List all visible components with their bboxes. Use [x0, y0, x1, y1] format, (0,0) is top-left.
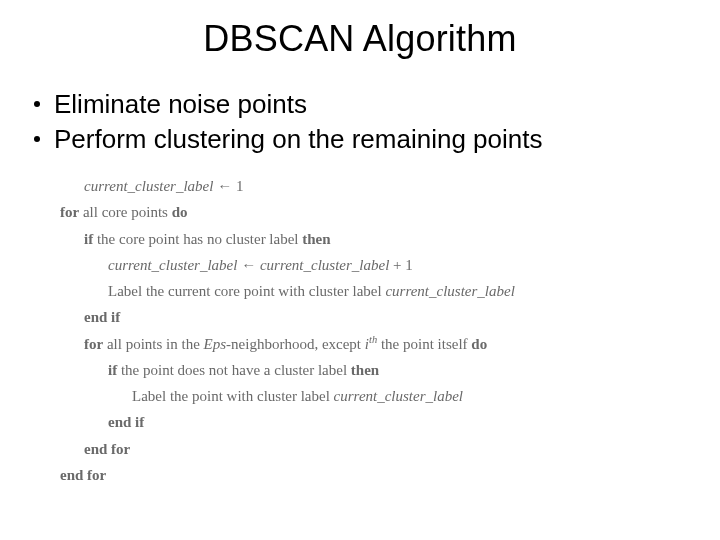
code-text: ← — [237, 257, 260, 273]
bullet-list: Eliminate noise points Perform clusterin… — [34, 88, 686, 155]
code-var: current_cluster_label — [260, 257, 389, 273]
code-keyword: for — [84, 336, 103, 352]
code-line: end if — [60, 304, 686, 330]
code-keyword: then — [351, 362, 379, 378]
bullet-dot-icon — [34, 101, 40, 107]
code-keyword: do — [471, 336, 487, 352]
pseudocode-block: current_cluster_label ← 1 for all core p… — [34, 173, 686, 488]
code-line: Label the point with cluster label curre… — [60, 383, 686, 409]
code-keyword: then — [302, 231, 330, 247]
code-text: all core points — [79, 204, 171, 220]
code-text: Label the current core point with cluste… — [108, 283, 385, 299]
code-text: the core point has no cluster label — [93, 231, 302, 247]
code-keyword: end for — [84, 441, 130, 457]
code-superscript: th — [369, 334, 377, 345]
code-line: if the core point has no cluster label t… — [60, 226, 686, 252]
code-text: the point does not have a cluster label — [117, 362, 351, 378]
code-text: Label the point with cluster label — [132, 388, 334, 404]
code-text: -neighborhood, except — [226, 336, 365, 352]
code-line: end if — [60, 409, 686, 435]
code-keyword: end for — [60, 467, 106, 483]
code-keyword: do — [172, 204, 188, 220]
code-var: current_cluster_label — [334, 388, 463, 404]
slide: DBSCAN Algorithm Eliminate noise points … — [0, 0, 720, 540]
code-text: ← 1 — [213, 178, 243, 194]
code-var: current_cluster_label — [108, 257, 237, 273]
list-item: Eliminate noise points — [34, 88, 686, 121]
code-line: if the point does not have a cluster lab… — [60, 357, 686, 383]
code-var: current_cluster_label — [84, 178, 213, 194]
bullet-dot-icon — [34, 136, 40, 142]
bullet-text: Perform clustering on the remaining poin… — [54, 123, 542, 156]
code-line: current_cluster_label ← current_cluster_… — [60, 252, 686, 278]
code-line: end for — [60, 436, 686, 462]
code-line: end for — [60, 462, 686, 488]
bullet-text: Eliminate noise points — [54, 88, 307, 121]
code-keyword: if — [84, 231, 93, 247]
code-line: Label the current core point with cluste… — [60, 278, 686, 304]
code-var: Eps — [204, 336, 227, 352]
code-var: current_cluster_label — [385, 283, 514, 299]
code-text: + 1 — [389, 257, 412, 273]
code-keyword: end if — [84, 309, 120, 325]
code-text: all points in the — [103, 336, 203, 352]
code-text: the point itself — [377, 336, 471, 352]
code-keyword: end if — [108, 414, 144, 430]
code-keyword: for — [60, 204, 79, 220]
list-item: Perform clustering on the remaining poin… — [34, 123, 686, 156]
code-keyword: if — [108, 362, 117, 378]
page-title: DBSCAN Algorithm — [34, 18, 686, 60]
code-line: for all points in the Eps-neighborhood, … — [60, 331, 686, 357]
code-line: current_cluster_label ← 1 — [60, 173, 686, 199]
code-line: for all core points do — [60, 199, 686, 225]
